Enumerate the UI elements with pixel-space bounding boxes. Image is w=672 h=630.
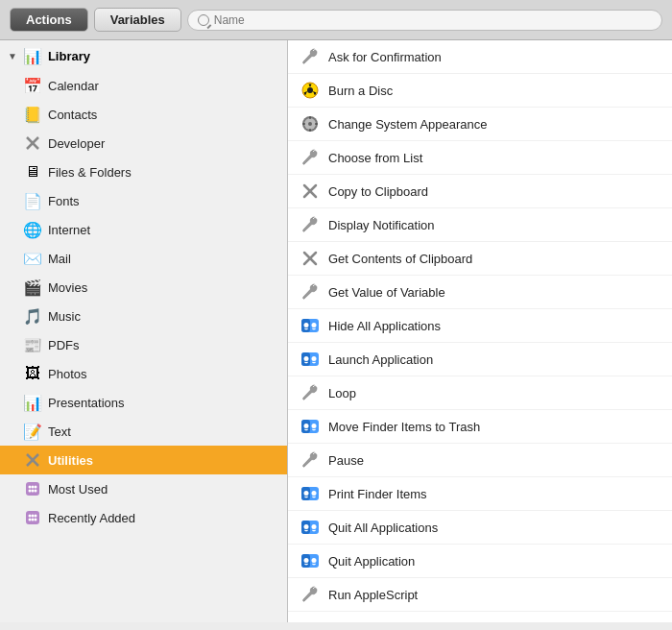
display-notification-label: Display Notification <box>328 218 435 232</box>
search-input[interactable] <box>214 13 652 27</box>
burn-disc-label: Burn a Disc <box>328 84 393 98</box>
actions-tab[interactable]: Actions <box>10 8 88 32</box>
svg-point-9 <box>32 490 35 493</box>
search-box <box>187 10 662 31</box>
quit-all-icon <box>300 517 321 538</box>
svg-point-53 <box>304 558 309 563</box>
action-item-get-clipboard[interactable]: Get Contents of Clipboard <box>288 242 672 276</box>
move-trash-label: Move Finder Items to Trash <box>328 420 480 434</box>
action-item-change-appearance[interactable]: Change System Appearance <box>288 108 672 141</box>
svg-point-12 <box>29 515 32 518</box>
sidebar-item-text[interactable]: 📝Text <box>0 417 287 446</box>
sidebar-item-contacts[interactable]: 📒Contacts <box>0 100 287 129</box>
action-item-quit-all[interactable]: Quit All Applications <box>288 511 672 545</box>
movies-label: Movies <box>48 280 87 295</box>
sidebar-item-utilities[interactable]: Utilities <box>0 446 287 474</box>
utilities-icon <box>23 450 42 470</box>
photos-label: Photos <box>48 367 86 381</box>
run-applescript-icon <box>300 584 321 605</box>
choose-list-label: Choose from List <box>328 151 422 165</box>
action-item-ask-confirmation[interactable]: Ask for Confirmation <box>288 40 672 74</box>
svg-point-17 <box>35 519 37 521</box>
library-header: ▼ 📊 Library <box>0 40 287 71</box>
svg-rect-11 <box>26 511 39 524</box>
action-item-run-applescript[interactable]: Run AppleScript <box>288 578 672 612</box>
quit-app-icon <box>300 550 321 571</box>
svg-point-15 <box>29 519 32 521</box>
calendar-icon: 📅 <box>23 76 42 95</box>
svg-rect-23 <box>309 129 311 132</box>
fonts-icon: 📄 <box>23 191 42 210</box>
most-used-icon <box>23 479 42 498</box>
actions-items-container: Ask for ConfirmationBurn a DiscChange Sy… <box>288 40 672 612</box>
sidebar-item-recently-added[interactable]: Recently Added <box>0 503 287 532</box>
quit-app-label: Quit Application <box>328 554 415 569</box>
svg-rect-25 <box>315 123 318 125</box>
pdfs-label: PDFs <box>48 338 80 352</box>
action-item-copy-clipboard[interactable]: Copy to Clipboard <box>288 175 672 208</box>
svg-point-19 <box>307 87 313 93</box>
get-clipboard-icon <box>300 248 321 269</box>
action-item-pause[interactable]: Pause <box>288 444 672 477</box>
print-finder-label: Print Finder Items <box>328 487 427 501</box>
svg-point-6 <box>32 486 35 489</box>
text-icon: 📝 <box>23 422 42 441</box>
sidebar-item-presentations[interactable]: 📊Presentations <box>0 388 287 417</box>
svg-point-38 <box>312 356 317 361</box>
sidebar-item-most-used[interactable]: Most Used <box>0 474 287 503</box>
svg-point-10 <box>35 490 37 493</box>
action-item-choose-list[interactable]: Choose from List <box>288 141 672 175</box>
contacts-icon: 📒 <box>23 105 42 124</box>
music-icon: 🎵 <box>23 306 42 326</box>
recently-added-icon <box>23 508 42 527</box>
action-item-display-notification[interactable]: Display Notification <box>288 208 672 242</box>
variables-tab[interactable]: Variables <box>94 8 181 32</box>
sidebar-item-internet[interactable]: 🌐Internet <box>0 215 287 244</box>
sidebar-item-pdfs[interactable]: 📰PDFs <box>0 330 287 359</box>
presentations-label: Presentations <box>48 396 125 410</box>
copy-clipboard-label: Copy to Clipboard <box>328 184 428 199</box>
change-appearance-label: Change System Appearance <box>328 117 488 132</box>
sidebar-item-fonts[interactable]: 📄Fonts <box>0 186 287 215</box>
svg-rect-4 <box>26 482 39 496</box>
most-used-label: Most Used <box>48 482 108 497</box>
internet-icon: 🌐 <box>23 220 42 239</box>
calendar-label: Calendar <box>48 79 99 93</box>
mail-label: Mail <box>48 252 71 266</box>
svg-point-13 <box>32 515 35 518</box>
sidebar-item-photos[interactable]: 🖼Photos <box>0 359 287 388</box>
svg-point-5 <box>29 486 32 489</box>
pause-icon <box>300 449 321 471</box>
files-folders-label: Files & Folders <box>48 165 132 180</box>
action-item-hide-apps[interactable]: Hide All Applications <box>288 309 672 343</box>
sidebar-item-music[interactable]: 🎵Music <box>0 302 287 330</box>
sidebar-item-movies[interactable]: 🎬Movies <box>0 273 287 302</box>
presentations-icon: 📊 <box>23 393 42 412</box>
action-item-get-variable[interactable]: Get Value of Variable <box>288 276 672 309</box>
quit-all-label: Quit All Applications <box>328 521 438 535</box>
action-item-print-finder[interactable]: Print Finder Items <box>288 477 672 511</box>
sidebar-item-mail[interactable]: ✉️Mail <box>0 244 287 273</box>
svg-point-46 <box>312 491 317 496</box>
sidebar-items-container: 📅Calendar📒ContactsDeveloper🖥Files & Fold… <box>0 71 287 532</box>
ask-confirmation-label: Ask for Confirmation <box>328 50 442 64</box>
movies-icon: 🎬 <box>23 278 42 297</box>
loop-label: Loop <box>328 386 356 400</box>
get-variable-icon <box>300 281 321 303</box>
action-item-burn-disc[interactable]: Burn a Disc <box>288 74 672 108</box>
svg-rect-24 <box>302 123 305 125</box>
sidebar-item-files-folders[interactable]: 🖥Files & Folders <box>0 158 287 186</box>
action-item-quit-app[interactable]: Quit Application <box>288 545 672 578</box>
action-item-loop[interactable]: Loop <box>288 376 672 410</box>
text-label: Text <box>48 424 71 439</box>
svg-point-16 <box>32 519 35 521</box>
svg-point-26 <box>308 122 312 126</box>
toolbar: Actions Variables <box>0 0 672 40</box>
sidebar-item-developer[interactable]: Developer <box>0 129 287 158</box>
loop-icon <box>300 382 321 403</box>
sidebar-item-calendar[interactable]: 📅Calendar <box>0 71 287 100</box>
action-item-move-trash[interactable]: Move Finder Items to Trash <box>288 410 672 444</box>
move-trash-icon <box>300 416 321 437</box>
action-item-launch-app[interactable]: Launch Application <box>288 343 672 376</box>
svg-point-41 <box>304 424 309 428</box>
